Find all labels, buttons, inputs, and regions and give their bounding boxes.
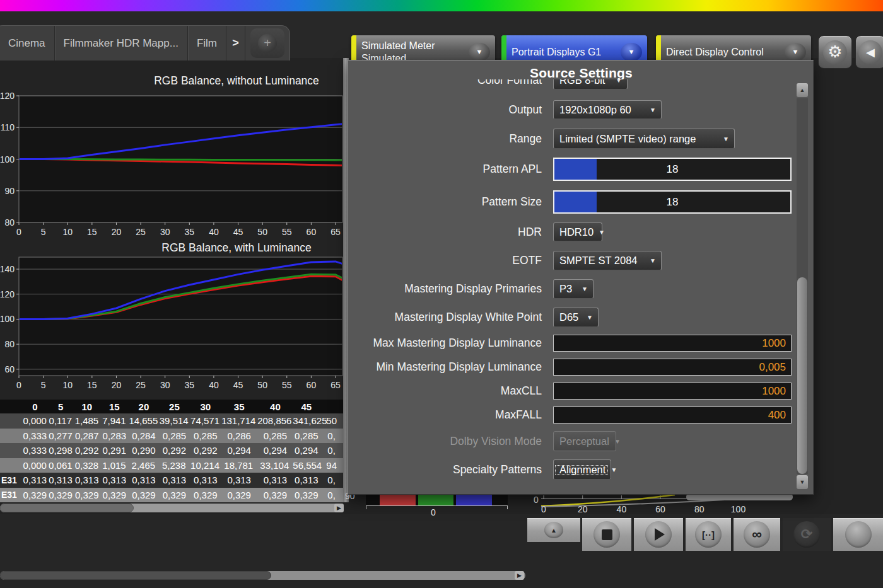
gamma-xtick-label: 40 bbox=[614, 504, 629, 514]
mastering-primaries-dropdown[interactable]: P3▼ bbox=[553, 279, 594, 299]
chevron-down-icon: ▼ bbox=[722, 135, 734, 142]
table-cell: 0,285 bbox=[190, 430, 221, 441]
svg-text:30: 30 bbox=[160, 227, 170, 237]
svg-text:15: 15 bbox=[87, 380, 97, 390]
chevron-down-icon: ▼ bbox=[648, 257, 661, 264]
svg-text:50: 50 bbox=[257, 227, 267, 237]
table-horizontal-scrollbar[interactable]: ▶ bbox=[0, 504, 344, 512]
table-cell: 0,313 bbox=[129, 475, 159, 485]
table-cell: 0,294 bbox=[293, 445, 319, 456]
scroll-right-icon[interactable]: ▶ bbox=[334, 504, 344, 512]
setting-label: Max Mastering Display Luminance bbox=[354, 335, 542, 352]
range-dropdown[interactable]: Limited (SMPTE video) range▼ bbox=[553, 129, 735, 149]
play-button[interactable] bbox=[634, 518, 683, 551]
svg-text:65: 65 bbox=[330, 227, 341, 237]
marker-range-button[interactable]: [··] bbox=[686, 518, 731, 551]
tab-filmmaker-hdr-mapp-[interactable]: Filmmaker HDR Mapp... bbox=[55, 26, 188, 61]
dropdown-value: Limited (SMPTE video) range bbox=[554, 133, 722, 145]
collapse-panel-button[interactable]: ◀ bbox=[855, 35, 883, 69]
svg-text:15: 15 bbox=[87, 227, 97, 237]
svg-text:10: 10 bbox=[62, 380, 73, 390]
pattern-size-slider[interactable]: 18 bbox=[553, 190, 792, 214]
min-mdl-input[interactable]: 0,005 bbox=[553, 359, 792, 376]
setting-row-dolby-vision: Dolby Vision ModePerceptual▼ bbox=[348, 431, 796, 451]
maxcll-input[interactable]: 1000 bbox=[553, 383, 792, 400]
table-cell: 0,291 bbox=[100, 445, 129, 456]
setting-row-eotf: EOTFSMPTE ST 2084▼ bbox=[348, 251, 796, 270]
gamma-xtick-label: 0 bbox=[536, 504, 551, 514]
table-cell: 0,277 bbox=[48, 430, 74, 441]
record-icon bbox=[845, 521, 872, 548]
tab-cinema[interactable]: Cinema bbox=[0, 26, 55, 61]
table-cell: 1,015 bbox=[100, 460, 128, 471]
setting-row-output: Output1920x1080p 60▼ bbox=[348, 100, 796, 119]
scrollbar-thumb[interactable] bbox=[0, 571, 271, 580]
chevron-down-icon: ▼ bbox=[580, 285, 593, 292]
scroll-right-icon[interactable]: ▶ bbox=[515, 571, 524, 580]
scroll-down-icon[interactable]: ▼ bbox=[797, 475, 808, 489]
scroll-up-icon[interactable]: ▲ bbox=[797, 83, 808, 97]
eotf-dropdown[interactable]: SMPTE ST 2084▼ bbox=[553, 251, 662, 270]
max-mdl-input[interactable]: 1000 bbox=[553, 335, 792, 352]
bottom-bar: 303540455055606570 ▶ ▲ [··]∞⟳ « Back Nex… bbox=[0, 514, 883, 588]
dropdown-value: P3 bbox=[554, 283, 580, 295]
mastering-white-dropdown[interactable]: D65▼ bbox=[553, 308, 599, 327]
stop-button[interactable] bbox=[582, 518, 631, 551]
pattern-panel-up-button[interactable]: ▲ bbox=[527, 518, 580, 542]
table-cell: 0,313 bbox=[48, 475, 74, 485]
svg-text:20: 20 bbox=[112, 380, 122, 390]
table-cell: 0,313 bbox=[22, 475, 48, 485]
spectrum-gradient-bar bbox=[0, 0, 883, 11]
arrow-left-icon: ◀ bbox=[858, 40, 882, 64]
measurements-table: 0510152025303540450,0000,1171,4857,94114… bbox=[0, 400, 344, 502]
pattern-apl-slider[interactable]: 18 bbox=[553, 158, 792, 181]
workflow-tab-strip: CinemaFilmmaker HDR Mapp...Film> + bbox=[0, 25, 290, 61]
refresh-button[interactable]: ⟳ bbox=[783, 518, 831, 551]
tab-film[interactable]: Film bbox=[188, 26, 226, 61]
table-cell: 0,328 bbox=[73, 460, 100, 471]
table-row: E310,3130,3130,3130,3130,3130,3130,3130,… bbox=[0, 473, 344, 488]
column-header: 35 bbox=[221, 401, 257, 412]
dropdown-value: 1920x1080p 60 bbox=[554, 104, 648, 116]
svg-text:0: 0 bbox=[16, 380, 21, 390]
chevron-down-icon: ▼ bbox=[609, 466, 622, 473]
record-button[interactable] bbox=[833, 518, 883, 551]
svg-text:35: 35 bbox=[185, 380, 195, 390]
setting-row-max-mdl: Max Mastering Display Luminance1000 bbox=[348, 335, 796, 352]
gear-icon: ⚙ bbox=[823, 40, 847, 64]
svg-text:80: 80 bbox=[4, 217, 15, 228]
source-settings-dialog: Source Settings Color FormatRGB 8-bit▼Ou… bbox=[348, 60, 814, 495]
settings-button[interactable]: ⚙ bbox=[818, 35, 852, 69]
table-cell: 0,333 bbox=[22, 445, 48, 456]
setting-row-min-mdl: Min Mastering Display Luminance0,005 bbox=[348, 359, 796, 376]
svg-text:60: 60 bbox=[4, 364, 15, 374]
pattern-horizontal-scrollbar[interactable]: ▶ bbox=[0, 571, 525, 580]
loop-infinite-button[interactable]: ∞ bbox=[734, 518, 780, 551]
svg-text:100: 100 bbox=[0, 154, 15, 164]
hdr-dropdown[interactable]: HDR10▼ bbox=[553, 222, 602, 241]
setting-label: Mastering Display White Point bbox=[354, 308, 542, 327]
scrollbar-thumb[interactable] bbox=[0, 504, 134, 512]
table-cell: 131,714 bbox=[221, 415, 256, 426]
setting-row-maxcll: MaxCLL1000 bbox=[348, 383, 796, 400]
table-cell: 94 bbox=[319, 460, 344, 471]
add-tab-button[interactable]: + bbox=[250, 28, 284, 58]
output-dropdown[interactable]: 1920x1080p 60▼ bbox=[553, 100, 662, 119]
table-cell: 0,329 bbox=[221, 490, 257, 500]
tab-overflow-button[interactable]: > bbox=[226, 26, 245, 61]
table-cell: 0,329 bbox=[129, 490, 159, 500]
table-cell: 0,287 bbox=[73, 430, 100, 441]
table-cell: 0,286 bbox=[221, 430, 257, 441]
dropdown-value: Alignment bbox=[554, 464, 609, 476]
svg-text:5: 5 bbox=[41, 227, 46, 237]
svg-text:100: 100 bbox=[0, 314, 15, 324]
table-cell: 0,313 bbox=[221, 475, 257, 485]
svg-text:55: 55 bbox=[282, 380, 292, 390]
specialty-dropdown[interactable]: Alignment▼ bbox=[553, 459, 611, 480]
dialog-scrollbar[interactable]: ▲ ▼ bbox=[797, 83, 808, 489]
scrollbar-thumb[interactable] bbox=[797, 277, 807, 474]
table-cell: 0,000 bbox=[22, 415, 48, 426]
setting-row-mastering-primaries: Mastering Display PrimariesP3▼ bbox=[348, 279, 796, 299]
chevron-down-icon: ▼ bbox=[469, 43, 490, 62]
maxfall-input[interactable]: 400 bbox=[553, 406, 792, 424]
